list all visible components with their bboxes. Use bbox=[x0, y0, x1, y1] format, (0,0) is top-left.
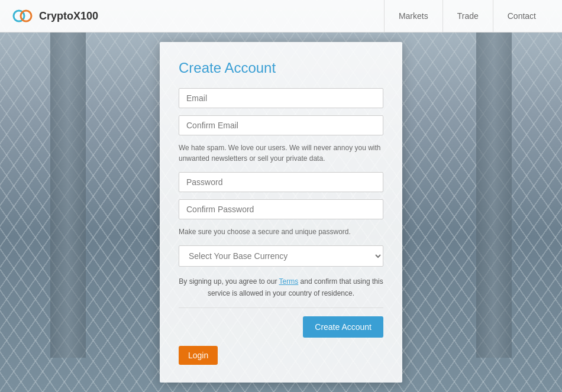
signup-card: Create Account We hate spam. We love our… bbox=[160, 42, 402, 382]
logo-icon bbox=[12, 5, 33, 27]
password-group bbox=[179, 172, 383, 192]
nav-item-contact[interactable]: Contact bbox=[493, 0, 550, 32]
nav-item-markets[interactable]: Markets bbox=[384, 0, 443, 32]
password-input[interactable] bbox=[179, 172, 383, 192]
create-account-button[interactable]: Create Account bbox=[303, 316, 383, 338]
spam-hint: We hate spam. We love our users. We will… bbox=[179, 142, 383, 164]
logo-text: CryptoX100 bbox=[39, 10, 98, 22]
terms-link[interactable]: Terms bbox=[279, 277, 299, 286]
confirm-email-input[interactable] bbox=[179, 115, 383, 135]
email-input[interactable] bbox=[179, 88, 383, 108]
confirm-password-input[interactable] bbox=[179, 199, 383, 219]
email-group bbox=[179, 88, 383, 108]
login-row: Login bbox=[179, 346, 383, 365]
terms-before: By signing up, you agree to our bbox=[179, 277, 279, 286]
nav: Markets Trade Contact bbox=[384, 0, 550, 32]
svg-point-1 bbox=[21, 11, 31, 21]
header: CryptoX100 Markets Trade Contact bbox=[0, 0, 562, 33]
confirm-password-group bbox=[179, 199, 383, 219]
nav-item-trade[interactable]: Trade bbox=[443, 0, 493, 32]
logo-area: CryptoX100 bbox=[12, 5, 384, 27]
currency-group: Select Your Base Currency USD - US Dolla… bbox=[179, 245, 383, 267]
password-hint: Make sure you choose a secure and unique… bbox=[179, 226, 383, 237]
currency-select[interactable]: Select Your Base Currency USD - US Dolla… bbox=[179, 245, 383, 267]
main-content: Create Account We hate spam. We love our… bbox=[0, 33, 562, 392]
terms-text: By signing up, you agree to our Terms an… bbox=[179, 276, 383, 299]
page-title: Create Account bbox=[179, 60, 383, 76]
login-button[interactable]: Login bbox=[179, 346, 218, 365]
confirm-email-group bbox=[179, 115, 383, 135]
create-account-row: Create Account bbox=[179, 307, 383, 338]
